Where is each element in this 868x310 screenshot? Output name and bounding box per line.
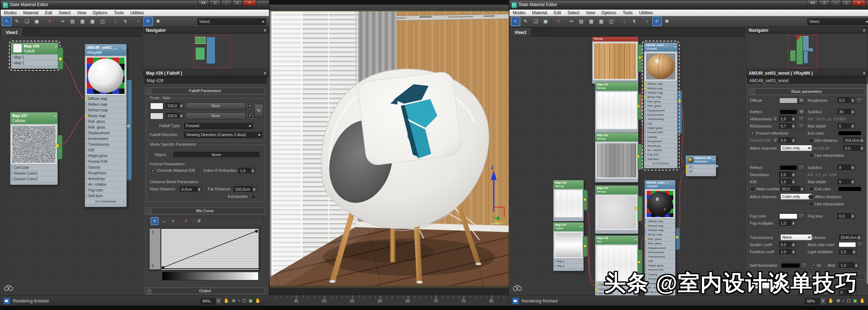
pick-material-button[interactable]: ✎ <box>12 17 21 26</box>
zoom-extents-button[interactable]: ◻ <box>242 298 246 303</box>
slot-connector-dot[interactable] <box>10 171 12 175</box>
node-slot[interactable]: Reflect map <box>645 223 675 228</box>
slot-connector-dot[interactable] <box>645 224 647 228</box>
material-preview-button[interactable]: P <box>144 17 153 26</box>
node-output-tab[interactable] <box>677 90 682 134</box>
node-slot[interactable]: Refl. gloss. <box>85 119 126 124</box>
rollout-falloff-parameters[interactable]: -Falloff Parameters <box>145 88 265 94</box>
view-selector[interactable]: View1 <box>197 18 266 25</box>
node-slot[interactable]: Map 2 <box>11 60 58 66</box>
backside-swatch[interactable] <box>838 242 856 248</box>
node-output-tab[interactable] <box>583 236 588 257</box>
slot-connector-dot[interactable] <box>686 170 688 173</box>
node-slot[interactable]: Self-illum <box>644 157 677 161</box>
zoom-dropdown-button[interactable]: ▾ <box>216 298 221 305</box>
spinner[interactable] <box>791 172 796 178</box>
node-output-tab[interactable] <box>675 228 680 250</box>
menu-material[interactable]: Material <box>20 10 42 15</box>
slot-connector-dot[interactable] <box>85 120 87 124</box>
node-slot[interactable]: Displacement <box>85 130 126 136</box>
close-button[interactable]: ✕ <box>243 0 256 6</box>
slot-connector-dot[interactable] <box>645 264 647 267</box>
side-map-button[interactable]: None <box>186 112 246 120</box>
move-children-button[interactable]: ⇒ <box>567 17 576 26</box>
spinner[interactable] <box>860 138 864 144</box>
node-header[interactable]: Map #17 Falloff - <box>553 222 583 231</box>
material-preview-button[interactable]: P <box>652 17 662 26</box>
float-button[interactable]: ◄► <box>198 0 209 6</box>
slot-connector-dot[interactable] <box>645 242 647 245</box>
node-header[interactable]: Map #14 Bitmap <box>595 186 638 194</box>
float-button[interactable]: ◄► <box>807 0 818 6</box>
slot-connector-dot[interactable] <box>85 131 87 135</box>
slot-connector-dot[interactable] <box>644 118 646 121</box>
menu-view[interactable]: View <box>74 10 90 15</box>
menu-material[interactable]: Material <box>529 10 551 15</box>
show-border-button[interactable]: ◫ <box>607 17 616 26</box>
hglossiness-lock-button[interactable]: L <box>773 116 778 122</box>
use-interpolation-checkbox[interactable] <box>809 153 814 158</box>
spinner[interactable] <box>251 168 255 174</box>
node-slot[interactable]: An. rotation <box>85 181 126 187</box>
node-slot[interactable]: Reflect map <box>644 86 677 90</box>
object-button[interactable]: None <box>174 152 259 158</box>
selfillum-swatch[interactable] <box>781 262 801 269</box>
override-ior-checkbox[interactable]: ✔ <box>151 169 155 173</box>
node-slot[interactable]: Opacity <box>644 135 677 139</box>
slot-connector-dot[interactable] <box>644 104 646 108</box>
slot-connector-dot[interactable] <box>85 160 87 164</box>
node-slot[interactable]: Anisotropy <box>85 176 126 181</box>
node-view-right[interactable]: Bitmap Map #10 Bitmap Map #11 Bi <box>510 37 746 295</box>
show-maps-button[interactable]: ▦ <box>587 17 596 26</box>
main-viewport-area[interactable]: Z 45 50 55 60 65 70 75 80 <box>270 0 509 310</box>
zoom-button[interactable]: ⊕ <box>232 298 236 303</box>
dock-button[interactable]: ❏ <box>209 0 221 6</box>
slot-connector-dot[interactable] <box>85 148 87 152</box>
node-resize-handle[interactable] <box>595 231 638 234</box>
selfillum-map-button[interactable] <box>801 262 807 269</box>
fog-color-swatch[interactable] <box>779 213 798 219</box>
mult-field[interactable]: 1,0 <box>839 262 856 269</box>
slot-connector-dot[interactable] <box>644 144 646 148</box>
node-header[interactable]: Map #26 Falloff - <box>11 43 58 54</box>
node-output-tab[interactable] <box>126 80 132 180</box>
slot-connector-dot[interactable] <box>644 82 646 85</box>
falloff-direction-dropdown[interactable]: Viewing Direction (Camera Z-Axis) <box>184 132 262 138</box>
slot-connector-dot[interactable] <box>85 165 87 169</box>
spinner[interactable] <box>791 220 796 226</box>
node-header[interactable]: AM149_set01_... VRayMtl - <box>644 43 677 51</box>
node-slot[interactable]: IOR <box>85 147 126 153</box>
node-slot[interactable]: Fog color <box>644 152 677 156</box>
rglossiness-map-button[interactable] <box>798 123 804 129</box>
pan-button[interactable]: ✋ <box>224 298 229 303</box>
view-selector[interactable]: View1 <box>807 18 868 25</box>
node-slot[interactable]: Translucency <box>644 117 677 121</box>
front-color-swatch[interactable] <box>150 102 164 110</box>
node-slot[interactable]: Diffuse map <box>85 96 126 101</box>
node-header[interactable]: AM149_set01_... VRayMtl - <box>85 44 126 56</box>
node-header[interactable]: Map #27 Cellular - <box>10 112 57 124</box>
add-point-button[interactable]: + <box>169 217 177 225</box>
node-slot[interactable]: Map 1 <box>11 54 58 60</box>
diffuse-swatch[interactable] <box>779 98 798 104</box>
spinner[interactable] <box>851 109 855 115</box>
node-map11[interactable]: Map #11 Bitmap <box>595 132 638 182</box>
fresnel-ior-lock-button[interactable]: L <box>773 138 778 143</box>
exit-color-swatch[interactable] <box>838 130 862 136</box>
collapse-icon[interactable]: - <box>147 209 151 214</box>
put-to-library-button[interactable]: ❏ <box>22 17 31 26</box>
mr-connection-row[interactable]: mr Connection <box>644 161 677 165</box>
menu-edit[interactable]: Edit <box>42 10 56 15</box>
collapse-icon[interactable]: - <box>54 113 56 119</box>
node-slot[interactable]: Environment <box>644 112 677 117</box>
menu-tools[interactable]: Tools <box>619 10 636 15</box>
fog-map-button[interactable] <box>798 213 804 219</box>
spinner[interactable] <box>791 138 796 144</box>
zoom-extents-selected-button[interactable]: ◼ <box>249 298 253 303</box>
spinner[interactable] <box>800 186 804 192</box>
node-slot[interactable]: Refract map <box>85 107 126 113</box>
slot-connector-dot[interactable] <box>85 171 87 175</box>
dim-distance-checkbox[interactable] <box>809 138 814 143</box>
spinner[interactable] <box>791 242 796 248</box>
close-icon[interactable]: x <box>863 28 865 32</box>
